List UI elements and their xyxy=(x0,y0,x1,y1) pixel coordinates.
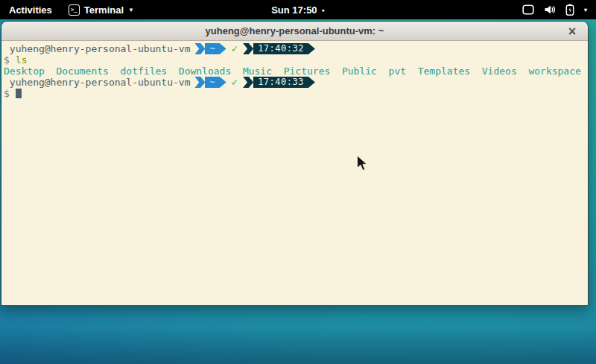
close-button[interactable]: × xyxy=(564,22,580,40)
prompt-line: yuheng@henry-personal-ubuntu-vm ~ ✓ 17:4… xyxy=(4,77,588,88)
powerline-chevron-icon xyxy=(243,43,253,54)
powerline-arrow-icon xyxy=(308,43,315,54)
prompt-cwd: ~ xyxy=(205,43,219,54)
terminal-cursor xyxy=(16,89,22,98)
terminal-window: yuheng@henry-personal-ubuntu-vm: ~ × yuh… xyxy=(1,21,589,306)
screen-icon xyxy=(522,4,534,15)
status-check-icon: ✓ xyxy=(232,77,238,88)
prompt-cwd: ~ xyxy=(205,77,219,88)
window-title: yuheng@henry-personal-ubuntu-vm: ~ xyxy=(206,25,384,36)
app-menu-terminal[interactable]: >_ Terminal ▼ xyxy=(61,0,142,19)
activities-button[interactable]: Activities xyxy=(0,0,61,19)
prompt-user-host: yuheng@henry-personal-ubuntu-vm xyxy=(4,77,190,88)
powerline-arrow-icon xyxy=(220,77,226,88)
terminal-icon: >_ xyxy=(69,4,80,16)
prompt-symbol: $ xyxy=(4,54,10,66)
prompt-timestamp: 17:40:32 xyxy=(253,43,308,54)
powerline-chevron-icon xyxy=(243,77,253,88)
powerline-chevron-icon xyxy=(194,77,205,88)
activities-label: Activities xyxy=(9,4,52,16)
prompt-symbol: $ xyxy=(4,88,10,99)
battery-charging-icon xyxy=(565,4,574,16)
powerline-arrow-icon xyxy=(308,77,315,88)
input-line: $ xyxy=(4,88,588,99)
powerline-chevron-icon xyxy=(194,43,205,54)
volume-icon xyxy=(544,4,556,15)
app-menu-label: Terminal xyxy=(84,4,124,16)
status-check-icon: ✓ xyxy=(232,43,238,54)
powerline-arrow-icon xyxy=(220,43,226,54)
prompt-user-host: yuheng@henry-personal-ubuntu-vm xyxy=(4,43,190,54)
clock[interactable]: Sun 17:50 xyxy=(271,4,317,16)
tray-chevron-down-icon: ▾ xyxy=(584,7,587,13)
prompt-timestamp: 17:40:33 xyxy=(253,77,308,88)
window-titlebar[interactable]: yuheng@henry-personal-ubuntu-vm: ~ × xyxy=(1,22,588,41)
ls-output-line: Desktop Documents dotfiles Downloads Mus… xyxy=(4,66,588,77)
prompt-line: yuheng@henry-personal-ubuntu-vm ~ ✓ 17:4… xyxy=(4,43,588,54)
command-line: $ ls xyxy=(4,54,588,66)
chevron-down-icon: ▼ xyxy=(128,7,134,13)
command-text: ls xyxy=(16,54,28,66)
notification-dot-icon: ● xyxy=(322,7,325,13)
system-tray[interactable]: ▾ xyxy=(513,0,596,19)
terminal-content[interactable]: yuheng@henry-personal-ubuntu-vm ~ ✓ 17:4… xyxy=(1,41,588,305)
top-bar: Activities >_ Terminal ▼ Sun 17:50 ● xyxy=(0,0,596,19)
